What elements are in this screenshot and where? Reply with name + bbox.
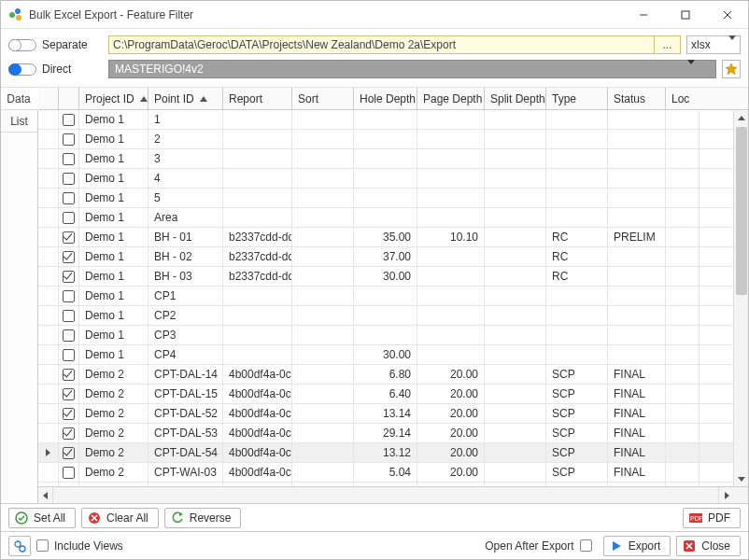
scroll-right-icon[interactable]: [718, 487, 733, 503]
row-checkbox[interactable]: [63, 114, 75, 126]
row-checkbox-cell[interactable]: [59, 228, 79, 246]
separate-toggle[interactable]: [8, 39, 36, 51]
horizontal-scrollbar[interactable]: [38, 486, 748, 503]
row-checkbox[interactable]: [63, 133, 75, 146]
row-checkbox-cell[interactable]: [59, 404, 79, 423]
row-checkbox-cell[interactable]: [59, 443, 79, 462]
table-row[interactable]: Demo 2CPT-WAI-034b00df4a-0cf...5.0420.00…: [38, 463, 748, 483]
row-checkbox-cell[interactable]: [59, 247, 79, 266]
table-row[interactable]: Demo 1Area: [38, 208, 748, 228]
row-checkbox[interactable]: [63, 231, 75, 244]
scroll-up-icon[interactable]: [734, 110, 748, 125]
table-row[interactable]: Demo 15: [38, 189, 748, 208]
col-point-id[interactable]: Point ID: [148, 88, 223, 109]
row-checkbox-cell[interactable]: [59, 326, 79, 344]
table-row[interactable]: Demo 2CPT-WAI-044b00df4a-0cf...4.7820.00…: [38, 483, 748, 486]
include-views-checkbox[interactable]: [36, 539, 49, 552]
col-loc[interactable]: Loc: [666, 88, 700, 109]
clear-all-button[interactable]: Clear All: [81, 508, 159, 528]
table-row[interactable]: Demo 13: [38, 149, 748, 169]
open-after-checkbox[interactable]: [580, 539, 592, 552]
table-row[interactable]: Demo 1CP1: [38, 287, 748, 306]
row-checkbox[interactable]: [63, 310, 75, 322]
row-checkbox[interactable]: [63, 369, 75, 381]
col-type[interactable]: Type: [546, 88, 608, 109]
browse-path-button[interactable]: ...: [654, 36, 680, 53]
row-checkbox[interactable]: [63, 173, 75, 185]
table-row[interactable]: Demo 2CPT-DAL-144b00df4a-0cf...6.8020.00…: [38, 365, 748, 385]
row-checkbox-cell[interactable]: [59, 189, 79, 207]
row-checkbox[interactable]: [63, 192, 75, 204]
row-checkbox[interactable]: [63, 290, 75, 302]
row-checkbox-cell[interactable]: [59, 267, 79, 286]
col-sort[interactable]: Sort: [292, 88, 354, 109]
direct-toggle[interactable]: [8, 63, 36, 76]
row-checkbox-cell[interactable]: [59, 385, 79, 403]
maximize-button[interactable]: [664, 1, 706, 29]
row-checkbox-cell[interactable]: [59, 287, 79, 305]
col-project-id[interactable]: Project ID: [79, 88, 148, 109]
table-row[interactable]: Demo 2CPT-DAL-154b00df4a-0cf...6.4020.00…: [38, 385, 748, 404]
table-row[interactable]: Demo 2CPT-DAL-524b00df4a-0cf...13.1420.0…: [38, 404, 748, 424]
minimize-button[interactable]: [622, 1, 664, 29]
col-page-depth[interactable]: Page Depth: [417, 88, 485, 109]
row-checkbox[interactable]: [63, 212, 75, 224]
table-row[interactable]: Demo 1CP430.00: [38, 345, 748, 365]
row-checkbox-cell[interactable]: [59, 463, 79, 482]
config-dropdown[interactable]: MASTERIGO!4v2: [108, 60, 716, 78]
reverse-button[interactable]: Reverse: [164, 508, 242, 528]
row-checkbox-cell[interactable]: [59, 345, 79, 364]
row-checkbox[interactable]: [63, 486, 75, 487]
col-split-depth[interactable]: Split Depth: [485, 88, 546, 109]
row-checkbox-cell[interactable]: [59, 306, 79, 325]
row-checkbox-cell[interactable]: [59, 130, 79, 148]
row-checkbox[interactable]: [63, 467, 75, 479]
row-checkbox-cell[interactable]: [59, 483, 79, 486]
table-row[interactable]: Demo 12: [38, 130, 748, 149]
row-checkbox[interactable]: [63, 349, 75, 361]
row-checkbox[interactable]: [63, 329, 75, 342]
file-ext-dropdown[interactable]: xlsx: [686, 35, 741, 54]
set-all-button[interactable]: Set All: [8, 508, 76, 528]
scroll-thumb[interactable]: [736, 127, 747, 295]
table-row[interactable]: Demo 1BH - 01b2337cdd-dd...35.0010.10RCP…: [38, 228, 748, 247]
row-checkbox[interactable]: [63, 153, 75, 165]
table-row[interactable]: Demo 2CPT-DAL-534b00df4a-0cf...29.1420.0…: [38, 424, 748, 443]
row-checkbox[interactable]: [63, 271, 75, 283]
scroll-left-icon[interactable]: [38, 487, 53, 503]
row-checkbox-cell[interactable]: [59, 149, 79, 168]
row-checkbox[interactable]: [63, 447, 75, 459]
vertical-scrollbar[interactable]: [733, 110, 748, 486]
favorite-button[interactable]: [722, 60, 741, 78]
row-checkbox[interactable]: [63, 251, 75, 263]
row-checkbox-cell[interactable]: [59, 424, 79, 442]
table-row[interactable]: Demo 1CP3: [38, 326, 748, 345]
close-window-button[interactable]: [706, 1, 748, 29]
scroll-down-icon[interactable]: [734, 471, 748, 486]
col-report[interactable]: Report: [223, 88, 292, 109]
pdf-button[interactable]: PDF PDF: [683, 508, 741, 528]
row-checkbox-cell[interactable]: [59, 208, 79, 227]
table-row[interactable]: Demo 1BH - 03b2337cdd-dd...30.00RC: [38, 267, 748, 287]
tab-data[interactable]: Data: [1, 88, 38, 110]
table-row[interactable]: Demo 11: [38, 110, 748, 130]
row-checkbox-cell[interactable]: [59, 169, 79, 188]
row-checkbox[interactable]: [63, 388, 75, 400]
export-path-input[interactable]: C:\ProgramData\Geroc\DATA\Projects\New Z…: [108, 35, 681, 54]
row-checkbox[interactable]: [63, 427, 75, 440]
export-button[interactable]: Export: [603, 536, 671, 556]
table-row[interactable]: Demo 1CP2: [38, 306, 748, 326]
col-checkbox[interactable]: [59, 88, 79, 109]
cell-type: [546, 189, 608, 207]
tab-list[interactable]: List: [1, 110, 37, 133]
row-checkbox-cell[interactable]: [59, 110, 79, 129]
col-hole-depth[interactable]: Hole Depth: [354, 88, 417, 109]
table-row[interactable]: Demo 14: [38, 169, 748, 189]
settings-button[interactable]: [8, 536, 31, 556]
table-row[interactable]: Demo 1BH - 02b2337cdd-dd...37.00RC: [38, 247, 748, 267]
close-button[interactable]: Close: [676, 536, 741, 556]
table-row[interactable]: Demo 2CPT-DAL-544b00df4a-0cf...13.1220.0…: [38, 443, 748, 463]
row-checkbox[interactable]: [63, 408, 75, 420]
row-checkbox-cell[interactable]: [59, 365, 79, 384]
col-status[interactable]: Status: [608, 88, 666, 109]
